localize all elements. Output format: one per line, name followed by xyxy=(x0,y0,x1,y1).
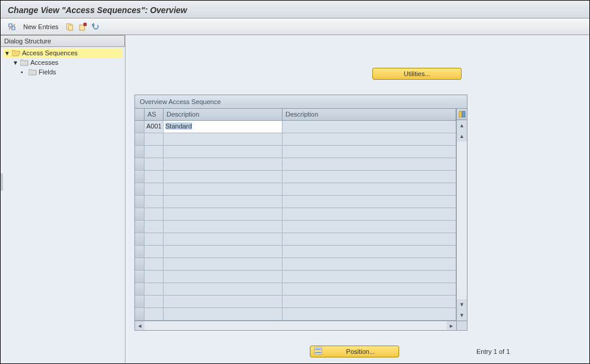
tree-toggle-icon[interactable]: ▼ xyxy=(4,50,10,57)
scroll-down-icon[interactable]: ▼ xyxy=(457,310,467,321)
table-row[interactable] xyxy=(135,171,456,183)
scroll-track[interactable] xyxy=(457,142,467,299)
table-grid: AS Description Description A001 Standard xyxy=(135,109,456,321)
tree-label: Fields xyxy=(39,68,56,76)
position-label: Position... xyxy=(326,348,395,355)
svg-rect-3 xyxy=(84,23,86,26)
tree-bullet-icon: • xyxy=(21,69,27,76)
table-row[interactable] xyxy=(135,133,456,146)
table-row[interactable] xyxy=(135,283,456,296)
table-row[interactable] xyxy=(135,308,456,321)
svg-rect-8 xyxy=(315,350,321,352)
undo-icon[interactable] xyxy=(90,21,101,32)
sidebar-header: Dialog Structure xyxy=(1,35,125,47)
table-header-row: AS Description Description xyxy=(135,109,456,121)
table-row[interactable] xyxy=(135,233,456,246)
table-row[interactable] xyxy=(135,158,456,171)
entry-count-text: Entry 1 of 1 xyxy=(476,348,510,355)
cell-description-2[interactable] xyxy=(283,121,456,133)
table-row[interactable] xyxy=(135,208,456,221)
table-row[interactable] xyxy=(135,271,456,283)
table-row[interactable]: A001 Standard xyxy=(135,121,456,133)
col-description-1[interactable]: Description xyxy=(164,109,283,120)
main-area: Dialog Structure ▼ Access Sequences ▼ Ac… xyxy=(1,35,589,363)
table-row[interactable] xyxy=(135,246,456,258)
table-panel: Overview Access Sequence AS Description … xyxy=(134,95,467,331)
svg-rect-1 xyxy=(68,25,73,30)
tree-item-fields[interactable]: • Fields xyxy=(3,67,123,77)
tree-item-accesses[interactable]: ▼ Accesses xyxy=(3,58,123,67)
scroll-right-icon[interactable]: ► xyxy=(447,321,456,330)
folder-closed-icon xyxy=(29,69,37,76)
folder-open-icon xyxy=(12,50,20,57)
scroll-down-icon[interactable]: ▼ xyxy=(457,299,467,310)
scroll-track[interactable] xyxy=(145,321,447,330)
position-button[interactable]: Position... xyxy=(310,346,399,357)
scroll-up-icon[interactable]: ▲ xyxy=(457,131,467,142)
tree: ▼ Access Sequences ▼ Accesses • Fields xyxy=(1,47,125,78)
cell-as[interactable]: A001 xyxy=(145,121,164,133)
col-description-2[interactable]: Description xyxy=(283,109,456,120)
svg-rect-4 xyxy=(459,111,462,117)
scroll-left-icon[interactable]: ◄ xyxy=(135,321,145,330)
title-bar: Change View "Access Sequences": Overview xyxy=(1,1,589,18)
col-selector[interactable] xyxy=(135,109,145,120)
row-selector[interactable] xyxy=(135,121,145,133)
delete-icon[interactable] xyxy=(77,21,88,32)
copy-icon[interactable] xyxy=(64,21,75,32)
splitter-handle[interactable] xyxy=(1,173,3,191)
table-row[interactable] xyxy=(135,221,456,233)
table-horizontal-scroll: ◄ ► xyxy=(135,321,467,330)
table-row[interactable] xyxy=(135,296,456,308)
bottom-bar: Position... Entry 1 of 1 xyxy=(125,346,589,357)
svg-rect-5 xyxy=(462,111,465,117)
tree-item-access-sequences[interactable]: ▼ Access Sequences xyxy=(3,48,123,58)
cell-description-1[interactable]: Standard xyxy=(164,121,283,133)
table-row[interactable] xyxy=(135,183,456,196)
table-row[interactable] xyxy=(135,146,456,158)
sidebar: Dialog Structure ▼ Access Sequences ▼ Ac… xyxy=(1,35,125,363)
table-config-icon[interactable] xyxy=(457,109,467,120)
tree-label: Accesses xyxy=(30,59,58,66)
scroll-up-icon[interactable]: ▲ xyxy=(457,120,467,131)
page-title: Change View "Access Sequences": Overview xyxy=(8,5,582,15)
scroll-corner xyxy=(456,321,467,330)
tree-toggle-icon[interactable]: ▼ xyxy=(12,59,18,66)
tree-label: Access Sequences xyxy=(22,49,78,57)
folder-closed-icon xyxy=(20,59,29,66)
utilities-button[interactable]: Utilities... xyxy=(372,68,462,80)
col-as[interactable]: AS xyxy=(145,109,164,120)
table-vertical-scroll: ▲ ▲ ▼ ▼ xyxy=(456,109,467,321)
toggle-icon[interactable] xyxy=(7,21,17,32)
content-area: Utilities... Overview Access Sequence AS… xyxy=(125,35,589,363)
table-body: A001 Standard xyxy=(135,121,456,321)
svg-rect-9 xyxy=(315,352,321,353)
new-entries-button[interactable]: New Entries xyxy=(20,22,62,32)
table-title: Overview Access Sequence xyxy=(135,95,467,109)
table-row[interactable] xyxy=(135,196,456,208)
table-row[interactable] xyxy=(135,258,456,271)
position-icon xyxy=(314,347,322,356)
toolbar: New Entries © www.tutorialkart.com xyxy=(1,18,589,35)
svg-rect-7 xyxy=(315,349,321,350)
